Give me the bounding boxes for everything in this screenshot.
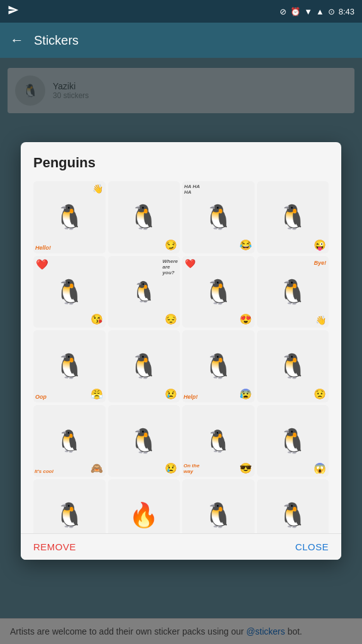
- sticker-8[interactable]: 🐧 Bye! 👋: [257, 256, 329, 328]
- sticker-1[interactable]: 🐧 Hello! 👋: [33, 181, 106, 253]
- sticker-4[interactable]: 🐧 😜: [257, 181, 329, 253]
- sticker-7[interactable]: 🐧 ❤️ 😍: [182, 256, 255, 328]
- signal-icon: ▲: [316, 7, 324, 16]
- alarm-icon: ⏰: [290, 7, 300, 16]
- sticker-19[interactable]: 🐧 😈: [182, 479, 255, 533]
- header-title: Stickers: [34, 33, 79, 48]
- header: ← Stickers: [0, 23, 362, 58]
- dialog-buttons: REMOVE CLOSE: [21, 533, 341, 560]
- sticker-11[interactable]: 🐧 Help! 😰: [182, 330, 255, 402]
- dialog-title: Penguins: [33, 155, 329, 171]
- battery-icon: ⊙: [328, 7, 335, 16]
- dialog-content: Penguins 🐧 Hello! 👋: [21, 142, 341, 533]
- close-button[interactable]: CLOSE: [295, 541, 329, 552]
- sticker-16[interactable]: 🐧 😱: [257, 405, 329, 477]
- status-icons: ⊘ ⏰ ▼ ▲ ⊙ 8:43: [280, 7, 354, 16]
- sticker-dialog: Penguins 🐧 Hello! 👋: [21, 142, 341, 560]
- sticker-grid: 🐧 Hello! 👋 🐧 😏: [33, 181, 329, 533]
- sticker-9[interactable]: 🐧 Oop 😤: [33, 330, 106, 402]
- remove-button[interactable]: REMOVE: [33, 541, 76, 552]
- sticker-17[interactable]: 🐧 😠: [33, 479, 106, 533]
- sticker-14[interactable]: 🐧 😢: [108, 405, 180, 477]
- sticker-2[interactable]: 🐧 😏: [108, 181, 180, 253]
- status-bar: ⊘ ⏰ ▼ ▲ ⊙ 8:43: [0, 0, 362, 23]
- sticker-5[interactable]: 🐧 ❤️ 😘: [33, 256, 106, 328]
- wifi-icon: ▼: [304, 7, 312, 16]
- overlay: Penguins 🐧 Hello! 👋: [0, 58, 362, 644]
- sticker-20[interactable]: 🐧 😒: [257, 479, 329, 533]
- sticker-6[interactable]: 🐧 Whereareyou? 😔: [108, 256, 180, 328]
- send-icon: [8, 4, 19, 18]
- sticker-3[interactable]: 🐧 HA HAHA 😂: [182, 181, 255, 253]
- sticker-10[interactable]: 🐧 😢: [108, 330, 180, 402]
- sticker-scroll-area[interactable]: 🐧 Hello! 👋 🐧 😏: [33, 181, 329, 533]
- time: 8:43: [339, 7, 354, 16]
- no-sim-icon: ⊘: [280, 7, 287, 16]
- back-button[interactable]: ←: [10, 32, 24, 48]
- sticker-12[interactable]: 🐧 😟: [257, 330, 329, 402]
- sticker-15[interactable]: 🐧 On theway 😎: [182, 405, 255, 477]
- chat-background: 🐧 Yaziki 30 stickers Penguins 🐧 Hello!: [0, 58, 362, 644]
- sticker-18[interactable]: 🔥 😡: [108, 479, 180, 533]
- sticker-13[interactable]: 🐧 It's cool 🙈: [33, 405, 106, 477]
